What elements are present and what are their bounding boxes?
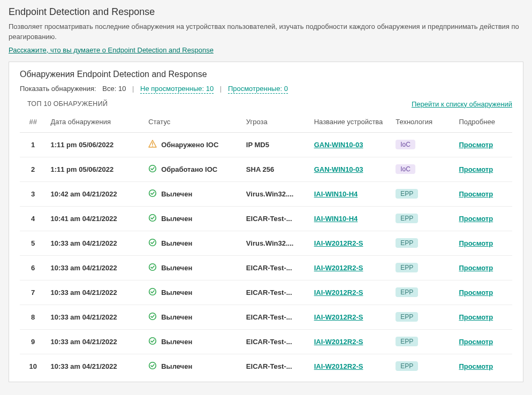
device-link[interactable]: IAI-WIN10-H4 [314, 190, 358, 198]
col-num: ## [20, 112, 46, 133]
device-link[interactable]: IAI-W2012R2-S [314, 264, 363, 272]
table-row: 510:33 am 04/21/2022ВылеченVirus.Win32..… [20, 231, 512, 255]
filter-separator: | [132, 85, 134, 93]
filter-row: Показать обнаружения: Все: 10 | Не просм… [20, 85, 512, 93]
detection-date: 10:41 am 04/21/2022 [46, 206, 144, 231]
feedback-link[interactable]: Расскажите, что вы думаете о Endpoint De… [9, 46, 214, 54]
detection-date: 10:33 am 04/21/2022 [46, 280, 144, 305]
detection-date: 10:33 am 04/21/2022 [46, 329, 144, 354]
status-text: Вылечен [161, 338, 192, 346]
svg-point-4 [149, 214, 156, 221]
device-link[interactable]: IAI-WIN10-H4 [314, 215, 358, 223]
svg-point-8 [149, 313, 156, 320]
table-row: 910:33 am 04/21/2022ВылеченEICAR-Test-..… [20, 329, 512, 354]
status-text: Вылечен [161, 362, 192, 370]
detection-status: Обработано IOC [144, 157, 242, 181]
filter-label: Показать обнаружения: [20, 85, 96, 93]
detection-status: Вылечен [144, 206, 242, 231]
detection-status: Вылечен [144, 354, 242, 378]
goto-detections-list-link[interactable]: Перейти к списку обнаружений [412, 100, 512, 108]
tech-badge: EPP [396, 312, 418, 322]
check-circle-icon [148, 164, 157, 174]
detection-date: 10:33 am 04/21/2022 [46, 255, 144, 280]
view-link[interactable]: Просмотр [459, 313, 493, 321]
view-link[interactable]: Просмотр [459, 362, 493, 370]
tech-badge: EPP [396, 214, 418, 223]
view-link[interactable]: Просмотр [459, 165, 493, 173]
device-link[interactable]: IAI-W2012R2-S [314, 239, 363, 247]
check-circle-icon [148, 287, 157, 298]
view-link[interactable]: Просмотр [459, 264, 493, 272]
detection-date: 10:33 am 04/21/2022 [46, 305, 144, 329]
device-link[interactable]: IAI-W2012R2-S [314, 362, 363, 370]
top10-label: ТОП 10 ОБНАРУЖЕНИЙ [27, 100, 108, 108]
col-device: Название устройства [310, 112, 392, 133]
svg-point-2 [149, 165, 156, 172]
detection-status: Вылечен [144, 280, 242, 305]
table-row: 410:41 am 04/21/2022ВылеченEICAR-Test-..… [20, 206, 512, 231]
row-number: 5 [20, 231, 46, 255]
table-row: 21:11 pm 05/06/2022Обработано IOCSHA 256… [20, 157, 512, 181]
detection-status: Вылечен [144, 329, 242, 354]
page-title: Endpoint Detection and Response [9, 6, 523, 18]
svg-point-6 [149, 263, 156, 270]
row-number: 6 [20, 255, 46, 280]
detection-status: Вылечен [144, 305, 242, 329]
status-text: Вылечен [161, 313, 192, 321]
threat-name: EICAR-Test-... [242, 354, 310, 378]
warning-icon [148, 140, 157, 150]
svg-point-10 [149, 362, 156, 369]
threat-name: SHA 256 [242, 157, 310, 181]
col-more: Подробнее [454, 112, 512, 133]
filter-unviewed[interactable]: Не просмотренные: 10 [140, 85, 214, 94]
row-number: 1 [20, 132, 46, 157]
status-text: Вылечен [161, 215, 192, 223]
threat-name: EICAR-Test-... [242, 305, 310, 329]
filter-viewed[interactable]: Просмотренные: 0 [228, 85, 288, 94]
view-link[interactable]: Просмотр [459, 338, 493, 346]
device-link[interactable]: IAI-W2012R2-S [314, 338, 363, 346]
device-link[interactable]: IAI-W2012R2-S [314, 288, 363, 297]
threat-name: Virus.Win32.... [242, 181, 310, 206]
detection-status: Вылечен [144, 255, 242, 280]
view-link[interactable]: Просмотр [459, 288, 493, 297]
device-link[interactable]: GAN-WIN10-03 [314, 165, 363, 173]
filter-separator: | [220, 85, 222, 93]
view-link[interactable]: Просмотр [459, 239, 493, 247]
view-link[interactable]: Просмотр [459, 190, 493, 198]
check-circle-icon [148, 361, 157, 371]
detection-date: 1:11 pm 05/06/2022 [46, 157, 144, 181]
svg-point-5 [149, 239, 156, 246]
view-link[interactable]: Просмотр [459, 215, 493, 223]
view-link[interactable]: Просмотр [459, 141, 493, 149]
table-row: 1010:33 am 04/21/2022ВылеченEICAR-Test-.… [20, 354, 512, 378]
row-number: 4 [20, 206, 46, 231]
svg-point-3 [149, 189, 156, 196]
detection-status: Обнаружено IOC [144, 132, 242, 157]
svg-point-7 [149, 288, 156, 295]
status-text: Вылечен [161, 264, 192, 272]
check-circle-icon [148, 312, 157, 322]
detection-status: Вылечен [144, 231, 242, 255]
tech-badge: EPP [396, 287, 418, 297]
filter-all[interactable]: Все: 10 [102, 85, 126, 93]
check-circle-icon [148, 238, 157, 248]
tech-badge: EPP [396, 238, 418, 248]
table-header-row: ## Дата обнаружения Статус Угроза Назван… [20, 112, 512, 133]
tech-badge: EPP [396, 263, 418, 272]
table-row: 610:33 am 04/21/2022ВылеченEICAR-Test-..… [20, 255, 512, 280]
threat-name: Virus.Win32.... [242, 231, 310, 255]
row-number: 10 [20, 354, 46, 378]
col-status: Статус [144, 112, 242, 133]
detection-date: 10:33 am 04/21/2022 [46, 231, 144, 255]
svg-point-9 [149, 337, 156, 344]
status-text: Вылечен [161, 190, 192, 198]
device-link[interactable]: GAN-WIN10-03 [314, 141, 363, 149]
device-link[interactable]: IAI-W2012R2-S [314, 313, 363, 321]
row-number: 9 [20, 329, 46, 354]
status-text: Обработано IOC [161, 165, 217, 173]
status-text: Обнаружено IOC [161, 141, 218, 149]
table-row: 810:33 am 04/21/2022ВылеченEICAR-Test-..… [20, 305, 512, 329]
threat-name: EICAR-Test-... [242, 206, 310, 231]
threat-name: IP MD5 [242, 132, 310, 157]
